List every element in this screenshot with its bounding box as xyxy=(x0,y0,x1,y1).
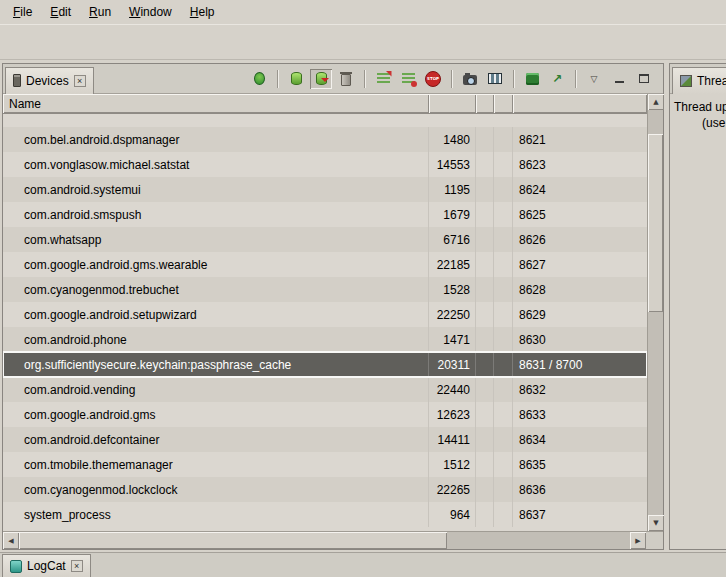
scroll-left-icon[interactable]: ◀ xyxy=(3,532,19,549)
method-profiling-icon[interactable] xyxy=(397,69,419,89)
vertical-scroll-thumb[interactable] xyxy=(648,134,663,312)
cell-pid: 14553 xyxy=(429,152,476,177)
logcat-icon xyxy=(10,560,22,573)
column-header-b[interactable] xyxy=(494,94,513,113)
table-row[interactable]: com.vonglasow.michael.satstat145538623 xyxy=(3,152,647,177)
table-row[interactable]: system_process9648637 xyxy=(3,502,647,527)
cell-a xyxy=(476,402,494,427)
toolbar-separator xyxy=(364,70,365,88)
cell-port: 8630 xyxy=(513,327,647,352)
cell-name: com.google.android.setupwizard xyxy=(3,302,429,327)
cell-b xyxy=(494,377,513,402)
menu-file[interactable]: File xyxy=(4,2,41,22)
cell-port: 8623 xyxy=(513,152,647,177)
scroll-down-icon[interactable]: ▼ xyxy=(648,515,664,531)
table-row[interactable]: com.android.phone14718630 xyxy=(3,327,647,352)
scroll-up-icon[interactable]: ▲ xyxy=(648,94,664,110)
maximize-icon[interactable] xyxy=(633,69,655,89)
table-row[interactable]: com.google.android.gms.wearable221858627 xyxy=(3,252,647,277)
dump-hprof-icon[interactable] xyxy=(310,69,332,89)
cell-port: 8631 / 8700 xyxy=(513,352,647,377)
cell-a xyxy=(476,177,494,202)
vertical-scrollbar[interactable]: ▲ ▼ xyxy=(647,94,663,531)
update-threads-icon[interactable] xyxy=(372,69,394,89)
cell-pid: 20311 xyxy=(429,352,476,377)
toolbar-separator xyxy=(513,70,514,88)
tab-logcat[interactable]: LogCat × xyxy=(2,554,91,577)
device-table-body: com.bel.android.dspmanager14808621com.vo… xyxy=(3,114,647,531)
column-header-a[interactable] xyxy=(476,94,494,113)
table-row[interactable]: com.android.vending224408632 xyxy=(3,377,647,402)
cell-name: com.cyanogenmod.trebuchet xyxy=(3,277,429,302)
column-header-name[interactable]: Name xyxy=(3,94,429,113)
cell-a xyxy=(476,302,494,327)
cell-port: 8635 xyxy=(513,452,647,477)
cell-name: com.google.android.gms xyxy=(3,402,429,427)
cell-pid: 22440 xyxy=(429,377,476,402)
cell-name: com.cyanogenmod.lockclock xyxy=(3,477,429,502)
vertical-scroll-track[interactable] xyxy=(648,110,663,515)
logcat-tabbar: LogCat × xyxy=(0,552,726,577)
minimize-icon[interactable] xyxy=(608,69,630,89)
menu-help[interactable]: Help xyxy=(181,2,224,22)
cell-pid: 14411 xyxy=(429,427,476,452)
table-row[interactable]: com.cyanogenmod.trebuchet15288628 xyxy=(3,277,647,302)
menu-run[interactable]: Run xyxy=(80,2,120,22)
screen-capture-icon[interactable] xyxy=(459,69,481,89)
menu-window[interactable]: Window xyxy=(120,2,181,22)
table-row[interactable]: com.google.android.gms126238633 xyxy=(3,402,647,427)
screen-record-icon[interactable] xyxy=(484,69,506,89)
tab-logcat-close-icon[interactable]: × xyxy=(71,560,83,572)
cell-port: 8637 xyxy=(513,502,647,527)
tab-devices-close-icon[interactable]: × xyxy=(74,75,86,87)
cell-name: com.tmobile.thememanager xyxy=(3,452,429,477)
horizontal-scroll-thumb[interactable] xyxy=(19,532,447,549)
cell-pid: 1480 xyxy=(429,127,476,152)
table-row[interactable]: com.android.smspush16798625 xyxy=(3,202,647,227)
table-row-partial[interactable] xyxy=(3,114,647,127)
table-row[interactable]: com.whatsapp67168626 xyxy=(3,227,647,252)
devices-toolbar: STOP ↗ ▽ xyxy=(248,69,663,89)
table-row[interactable]: com.cyanogenmod.lockclock222658636 xyxy=(3,477,647,502)
devices-view: Devices × STOP xyxy=(2,63,664,550)
cell-b xyxy=(494,427,513,452)
view-menu-icon[interactable]: ▽ xyxy=(583,69,605,89)
cause-gc-icon[interactable] xyxy=(335,69,357,89)
cell-pid: 1679 xyxy=(429,202,476,227)
debug-icon[interactable] xyxy=(248,69,270,89)
cell-name: org.sufficientlysecure.keychain:passphra… xyxy=(3,352,429,377)
cell-a xyxy=(476,152,494,177)
table-row[interactable]: com.android.defcontainer144118634 xyxy=(3,427,647,452)
tab-threads[interactable]: Threads xyxy=(672,67,726,94)
cell-port: 8626 xyxy=(513,227,647,252)
cell-b xyxy=(494,502,513,527)
cell-port: 8625 xyxy=(513,202,647,227)
table-row[interactable]: org.sufficientlysecure.keychain:passphra… xyxy=(3,352,647,377)
table-row[interactable]: com.android.systemui11958624 xyxy=(3,177,647,202)
cell-b xyxy=(494,252,513,277)
cell-b xyxy=(494,152,513,177)
cell-b xyxy=(494,227,513,252)
cell-b xyxy=(494,352,513,377)
column-header-port[interactable] xyxy=(513,94,647,113)
cell-pid: 6716 xyxy=(429,227,476,252)
systrace-icon[interactable] xyxy=(521,69,543,89)
cell-name: com.android.phone xyxy=(3,327,429,352)
cell-b xyxy=(494,477,513,502)
opengl-trace-icon[interactable]: ↗ xyxy=(546,69,568,89)
table-row[interactable]: com.bel.android.dspmanager14808621 xyxy=(3,127,647,152)
horizontal-scrollbar[interactable]: ◀ ▶ xyxy=(3,531,663,549)
table-row[interactable]: com.google.android.setupwizard222508629 xyxy=(3,302,647,327)
tab-devices[interactable]: Devices × xyxy=(5,67,94,94)
update-heap-icon[interactable] xyxy=(285,69,307,89)
stop-process-icon[interactable]: STOP xyxy=(422,69,444,89)
cell-b xyxy=(494,452,513,477)
cell-port: 8634 xyxy=(513,427,647,452)
cell-a xyxy=(476,252,494,277)
cell-port: 8627 xyxy=(513,252,647,277)
menu-edit[interactable]: Edit xyxy=(41,2,80,22)
table-row[interactable]: com.tmobile.thememanager15128635 xyxy=(3,452,647,477)
horizontal-scroll-track[interactable] xyxy=(19,532,630,549)
scroll-right-icon[interactable]: ▶ xyxy=(630,532,646,549)
column-header-pid[interactable] xyxy=(429,94,476,113)
